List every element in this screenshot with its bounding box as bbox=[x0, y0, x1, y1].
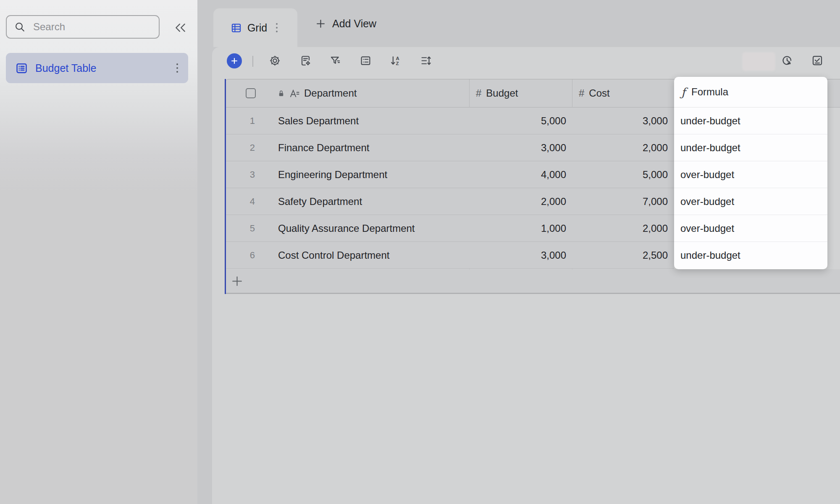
record-history-button[interactable] bbox=[781, 54, 793, 67]
cell-budget[interactable]: 2,000 bbox=[469, 188, 572, 215]
sort-button[interactable]: A Z bbox=[389, 54, 402, 67]
cell-department[interactable]: Cost Control Department bbox=[258, 249, 389, 261]
svg-text:A: A bbox=[396, 56, 399, 61]
column-label: Budget bbox=[486, 87, 518, 99]
add-view-button[interactable]: Add View bbox=[315, 0, 376, 47]
svg-text:Z: Z bbox=[396, 60, 399, 66]
tab-grid-view[interactable]: Grid bbox=[213, 8, 297, 47]
cell-formula[interactable]: over-budget bbox=[674, 215, 827, 242]
cell-budget[interactable]: 3,000 bbox=[469, 242, 572, 268]
cell-cost[interactable]: 2,500 bbox=[572, 242, 674, 268]
row-height-icon bbox=[420, 55, 432, 67]
tab-label: Grid bbox=[247, 22, 267, 34]
filter-icon bbox=[329, 55, 341, 67]
table-row[interactable]: 3 Engineering Department 4,000 5,000 bbox=[225, 161, 674, 188]
fields-config-button[interactable] bbox=[299, 54, 312, 67]
search-icon bbox=[14, 21, 26, 33]
cell-department[interactable]: Safety Department bbox=[258, 196, 362, 207]
cell-formula[interactable]: under-budget bbox=[674, 134, 827, 161]
grid-panel: A Z bbox=[212, 47, 840, 504]
search-box[interactable] bbox=[6, 15, 160, 39]
sort-az-icon: A Z bbox=[390, 55, 402, 67]
add-view-label: Add View bbox=[332, 18, 376, 30]
app-root: Budget Table Grid Add View bbox=[0, 0, 840, 504]
double-chevron-left-icon bbox=[174, 22, 187, 33]
main-area: Grid Add View bbox=[197, 0, 840, 504]
table-row[interactable]: 5 Quality Assurance Department 1,000 2,0… bbox=[225, 215, 674, 242]
row-number: 1 bbox=[225, 116, 258, 126]
sidebar-item-label: Budget Table bbox=[35, 62, 97, 74]
add-row-button[interactable] bbox=[225, 269, 840, 294]
checklist-button[interactable] bbox=[811, 54, 824, 67]
row-number: 2 bbox=[225, 142, 258, 153]
table-icon bbox=[15, 62, 28, 75]
cell-formula[interactable]: under-budget bbox=[674, 242, 827, 269]
plus-icon bbox=[231, 275, 244, 288]
sidebar-item-budget-table[interactable]: Budget Table bbox=[6, 53, 188, 83]
filter-button[interactable] bbox=[329, 54, 341, 67]
table-row[interactable]: 6 Cost Control Department 3,000 2,500 bbox=[225, 242, 674, 269]
gear-icon bbox=[269, 55, 281, 67]
cell-cost[interactable]: 3,000 bbox=[572, 108, 674, 134]
cell-budget[interactable]: 3,000 bbox=[469, 134, 572, 161]
cell-budget[interactable]: 4,000 bbox=[469, 161, 572, 188]
column-header-cost[interactable]: # Cost bbox=[579, 79, 610, 107]
column-label: Department bbox=[304, 87, 357, 99]
group-button[interactable] bbox=[359, 54, 372, 67]
plus-icon bbox=[315, 18, 326, 29]
check-square-icon bbox=[811, 54, 824, 67]
settings-button[interactable] bbox=[268, 54, 281, 67]
cell-department[interactable]: Quality Assurance Department bbox=[258, 223, 415, 234]
cell-department[interactable]: Sales Department bbox=[258, 115, 359, 127]
table-row[interactable]: 2 Finance Department 3,000 2,000 bbox=[225, 134, 674, 161]
sidebar: Budget Table bbox=[0, 0, 197, 504]
row-number: 3 bbox=[225, 169, 258, 180]
group-icon bbox=[360, 55, 372, 67]
column-header-department[interactable]: Department bbox=[277, 79, 357, 107]
table-row[interactable]: 4 Safety Department 2,000 7,000 bbox=[225, 188, 674, 215]
text-field-type-icon bbox=[289, 88, 300, 99]
table-item-menu-button[interactable] bbox=[174, 61, 181, 75]
search-input[interactable] bbox=[32, 21, 135, 33]
formula-field-type-icon: ƒ bbox=[681, 86, 685, 99]
table-row[interactable]: 1 Sales Department 5,000 3,000 bbox=[225, 108, 674, 134]
table-body: 1 Sales Department 5,000 3,000 2 Finance… bbox=[225, 108, 674, 269]
cell-cost[interactable]: 2,000 bbox=[572, 215, 674, 242]
table-left-accent-border bbox=[225, 79, 226, 294]
number-field-type-icon: # bbox=[579, 87, 584, 99]
select-all-checkbox[interactable] bbox=[246, 79, 256, 107]
toolbar-separator bbox=[252, 56, 253, 67]
row-number: 4 bbox=[225, 196, 258, 207]
add-record-button[interactable] bbox=[227, 53, 242, 68]
cell-cost[interactable]: 5,000 bbox=[572, 161, 674, 188]
number-field-type-icon: # bbox=[476, 87, 481, 99]
blurred-toolbar-item bbox=[742, 52, 775, 71]
row-height-button[interactable] bbox=[420, 54, 432, 67]
cell-budget[interactable]: 5,000 bbox=[469, 108, 572, 134]
cell-formula[interactable]: over-budget bbox=[674, 161, 827, 188]
column-label: Cost bbox=[589, 87, 609, 99]
cell-formula[interactable]: over-budget bbox=[674, 188, 827, 215]
column-header-formula[interactable]: ƒ Formula bbox=[674, 77, 827, 108]
cell-cost[interactable]: 7,000 bbox=[572, 188, 674, 215]
plus-icon bbox=[230, 56, 239, 66]
grid-view-icon bbox=[231, 22, 242, 34]
sidebar-collapse-button[interactable] bbox=[170, 19, 192, 36]
cell-formula[interactable]: under-budget bbox=[674, 108, 827, 134]
formula-column-highlight: ƒ Formula under-budget under-budget over… bbox=[674, 77, 827, 269]
row-number: 5 bbox=[225, 223, 258, 234]
fields-config-icon bbox=[299, 55, 312, 67]
cell-department[interactable]: Finance Department bbox=[258, 142, 369, 154]
lock-icon bbox=[277, 89, 285, 97]
view-menu-button[interactable] bbox=[273, 21, 280, 35]
cell-department[interactable]: Engineering Department bbox=[258, 169, 387, 181]
cell-cost[interactable]: 2,000 bbox=[572, 134, 674, 161]
column-header-budget[interactable]: # Budget bbox=[476, 79, 518, 107]
cell-budget[interactable]: 1,000 bbox=[469, 215, 572, 242]
column-label: Formula bbox=[691, 86, 728, 98]
row-number: 6 bbox=[225, 250, 258, 261]
history-clock-icon bbox=[781, 54, 793, 67]
